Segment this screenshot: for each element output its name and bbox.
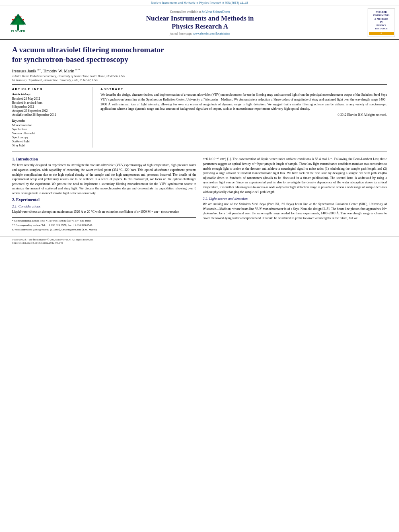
right-journal-logo: NUCLEARINSTRUMENTS& METHODSINPHYSICSRESE… [368, 8, 395, 37]
section22-text: We are making use of the Stainless Steel… [203, 202, 387, 220]
article-title: A vacuum ultraviolet filtering monochrom… [12, 45, 387, 65]
affiliation-a: a Notre Dame Radiation Laboratory, Unive… [12, 74, 387, 78]
header-center: Contents lists available at SciVerse Sci… [35, 10, 364, 35]
keyword-2: Synchrotron [12, 127, 87, 131]
left-column: 1. Introduction We have recently designe… [12, 157, 196, 232]
divider-1 [12, 84, 387, 85]
history-label: Article history: [12, 92, 87, 96]
abstract-copyright: © 2012 Elsevier B.V. All rights reserved… [101, 113, 387, 117]
keywords-label: Keywords: [12, 119, 87, 123]
svg-point-4 [12, 19, 14, 21]
journal-title: Nuclear Instruments and Methods in Physi… [35, 14, 364, 31]
section22-heading: 2.2. Light source and detection [203, 197, 387, 201]
body-columns: 1. Introduction We have recently designe… [12, 157, 387, 232]
affiliations: a Notre Dame Radiation Laboratory, Unive… [12, 74, 387, 82]
section1-heading: 1. Introduction [12, 157, 196, 161]
svg-point-7 [21, 16, 22, 18]
top-banner: Nuclear Instruments and Methods in Physi… [0, 0, 399, 6]
info-abstract-section: ARTICLE INFO Article history: Received 2… [12, 87, 387, 148]
divider-2 [12, 152, 387, 152]
svg-point-5 [23, 19, 24, 21]
revised-date: 8 September 2012 [12, 105, 87, 109]
right-col-top-text: σ=6.1×10⁻¹⁸ cm²) [1]. The concentration … [203, 157, 387, 194]
keyword-3: Vacuum ultraviolet [12, 131, 87, 135]
contents-line: Contents lists available at SciVerse Sci… [35, 10, 364, 14]
footnote-3: E-mail addresses: ijanik@nd.edu (I. Jani… [12, 228, 196, 232]
right-column: σ=6.1×10⁻¹⁸ cm²) [1]. The concentration … [203, 157, 387, 232]
journal-header: ELSEVIER Contents lists available at Sci… [0, 6, 399, 40]
accepted-date: Accepted 23 September 2012 [12, 109, 87, 113]
journal-citation: Nuclear Instruments and Methods in Physi… [151, 1, 248, 5]
subsection21-text: Liquid water shows an absorption maximum… [12, 210, 196, 214]
available-online: Available online 28 September 2012 [12, 113, 87, 117]
received-date: Received 23 May 2012 [12, 97, 87, 101]
main-content: A vacuum ultraviolet filtering monochrom… [0, 40, 399, 236]
elsevier-logo: ELSEVIER [4, 12, 32, 33]
sciverse-link[interactable]: SciVerse ScienceDirect [202, 10, 230, 14]
affiliation-b: b Chemistry Department, Benedictine Univ… [12, 78, 387, 82]
abstract-text: We describe the design, characterization… [101, 92, 387, 111]
abstract-block: ABSTRACT We describe the design, charact… [101, 87, 387, 148]
authors: Ireneusz Janik a,*, Timothy W. Marin b,*… [12, 68, 387, 73]
bottom-bar: 0168-9002/$ - see front matter © 2012 El… [0, 236, 399, 246]
article-info: ARTICLE INFO Article history: Received 2… [12, 87, 93, 148]
received-revised-label: Received in revised form [12, 101, 87, 105]
journal-homepage: journal homepage: www.elsevier.com/locat… [35, 32, 364, 35]
keyword-1: Monochromator [12, 123, 87, 127]
subsection21-heading: 2.1. Considerations [12, 204, 196, 208]
article-info-label: ARTICLE INFO [12, 87, 87, 91]
section1-text: We have recently designed an experiment … [12, 163, 196, 195]
footnote-1: * Corresponding author. Tel.: +1 574 631… [12, 219, 196, 223]
svg-point-6 [15, 16, 16, 18]
homepage-url[interactable]: www.elsevier.com/locate/nima [193, 32, 230, 35]
bottom-left: 0168-9002/$ - see front matter © 2012 El… [12, 238, 93, 244]
keyword-6: Stray light [12, 144, 87, 147]
svg-text:ELSEVIER: ELSEVIER [11, 30, 25, 33]
footnotes: * Corresponding author. Tel.: +1 574 631… [12, 217, 196, 232]
footnote-2: ** Corresponding author. Tel.: +1 630 82… [12, 224, 196, 228]
keyword-4: Spectroscopy [12, 136, 87, 139]
section2-heading: 2. Experimental [12, 197, 196, 202]
keyword-5: Scattered light [12, 140, 87, 143]
abstract-label: ABSTRACT [101, 87, 387, 91]
